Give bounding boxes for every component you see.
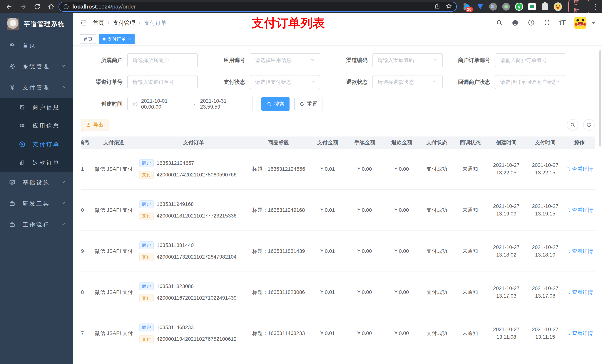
monitor-chart-icon <box>9 179 16 186</box>
channel-pay-no: 4200001194202110276752100612 <box>157 335 236 343</box>
cell-order-nos: 商户1635311949168 支付4200001181202110277723… <box>135 200 248 220</box>
reset-button[interactable]: 重置 <box>294 97 322 111</box>
select-placeholder: 请选择退款状态 <box>378 79 414 86</box>
svg-text:¥: ¥ <box>21 143 23 146</box>
view-detail-link[interactable]: 查看详情 <box>565 165 594 173</box>
sidebar-item-infra[interactable]: 基础设施 <box>0 172 73 193</box>
channel-order-no-input[interactable] <box>127 75 198 89</box>
sidebar-item-pay-order[interactable]: ¥ 支付订单 <box>0 135 73 154</box>
merchant-order-no-input[interactable] <box>495 53 565 67</box>
close-icon[interactable]: × <box>128 36 131 42</box>
view-detail-link[interactable]: 查看详情 <box>565 207 594 214</box>
ext-chat-icon[interactable] <box>528 3 536 11</box>
cell-amount: ¥ 0.01 <box>309 330 346 337</box>
refresh-icon <box>300 101 305 106</box>
pay-status-select[interactable]: 请选择支付状态 <box>250 75 320 89</box>
cell-notify: 未通知 <box>453 165 487 173</box>
address-bar[interactable]: localhost:1024/pay/order <box>58 2 457 12</box>
filter-merchant-order-no: 商户订单编号 <box>448 53 571 67</box>
share-icon[interactable] <box>434 3 441 10</box>
tag-home[interactable]: 首页 <box>80 34 96 44</box>
sidebar-item-app-info[interactable]: 应用信息 <box>0 116 73 135</box>
sidebar-item-refund-order[interactable]: 退款订单 <box>0 154 73 172</box>
cell-status: 支付成功 <box>420 248 453 255</box>
cell-title: 标题：1635311881439 <box>248 248 309 255</box>
sidebar-item-devtools[interactable]: 研发工具 <box>0 193 73 214</box>
caret-down-icon[interactable] <box>592 22 596 24</box>
cell-channel: 微信 JSAPI 支付 <box>93 330 135 337</box>
merchant-tag: 商户 <box>139 159 154 167</box>
download-icon <box>86 122 91 127</box>
refund-status-select[interactable]: 请选择退款状态 <box>372 75 443 89</box>
search-button[interactable]: 搜索 <box>261 97 290 111</box>
chevron-down-icon <box>433 57 438 63</box>
table-row: 商户1635311351796 支付 <box>81 354 595 364</box>
sidebar-item-pay[interactable]: ¥ 支付管理 <box>0 77 73 98</box>
sidebar-item-merchant-info[interactable]: 商户信息 <box>0 98 73 116</box>
github-icon[interactable] <box>511 19 519 27</box>
cell-id: 17 <box>81 330 93 337</box>
font-size-icon[interactable]: tT <box>559 19 566 27</box>
ext-blocks-icon[interactable]: 10 <box>463 3 471 11</box>
help-icon[interactable]: ? <box>527 19 535 27</box>
cell-channel: 微信 JSAPI 支付 <box>93 248 135 255</box>
view-detail-link[interactable]: 查看详情 <box>565 289 594 296</box>
breadcrumb-home[interactable]: 首页 <box>93 19 104 27</box>
channel-code-select[interactable]: 请输入渠道编码 <box>372 53 443 67</box>
ext-v-icon[interactable]: y <box>515 3 523 11</box>
merchant-input[interactable] <box>127 53 198 67</box>
sidebar-item-system[interactable]: 系统管理 <box>0 56 73 77</box>
breadcrumb-separator: / <box>139 20 140 26</box>
forward-icon[interactable] <box>20 3 27 10</box>
app-logo[interactable]: 芋道管理系统 <box>0 13 73 35</box>
cell-notify: 未通知 <box>453 207 487 214</box>
app-select[interactable]: 请选择应用信息 <box>250 53 320 67</box>
filter-label: 回调商户状态 <box>448 78 495 86</box>
back-icon[interactable] <box>6 3 13 10</box>
sidebar-fold-icon[interactable] <box>80 19 87 27</box>
fullscreen-icon[interactable] <box>544 19 550 27</box>
sidebar-item-home[interactable]: 首页 <box>0 35 73 56</box>
ext-command-icon[interactable]: ⌘ <box>489 3 497 11</box>
chevron-down-icon <box>61 179 66 186</box>
cell-id: 19 <box>81 248 93 255</box>
filter-label: 渠道订单号 <box>81 78 127 86</box>
cell-fee: ¥ 0.00 <box>346 289 383 296</box>
export-button[interactable]: 导出 <box>81 119 108 131</box>
ext-gem-icon[interactable] <box>476 3 484 11</box>
table-row: 17 微信 JSAPI 支付 商户1635311468233 支付4200001… <box>81 313 595 354</box>
date-range-picker[interactable]: 2021-10-01 00:00:00 - 2021-10-31 23:59:5… <box>127 97 253 111</box>
scrollbar[interactable] <box>599 50 601 146</box>
view-detail-link[interactable]: 查看详情 <box>565 248 594 255</box>
yen-circle-icon: ¥ <box>19 141 26 148</box>
search-icon[interactable] <box>496 19 503 27</box>
sidebar-item-workflow[interactable]: 工作流程 <box>0 214 73 235</box>
col-header: 编号 <box>81 139 93 146</box>
ext-record-icon[interactable] <box>502 3 510 11</box>
active-dot <box>103 38 106 41</box>
home-icon[interactable] <box>48 3 55 10</box>
cell-amount: ¥ 0.01 <box>309 165 346 173</box>
reload-icon[interactable] <box>34 3 41 10</box>
extensions-puzzle-icon[interactable] <box>541 3 549 11</box>
refresh-table-button[interactable] <box>583 119 595 131</box>
notify-status-select[interactable]: 请选择订单回调商户状态 <box>495 75 565 89</box>
cell-notify: 未通知 <box>453 289 487 296</box>
merchant-order-no: 1635311468233 <box>157 324 194 331</box>
breadcrumb-pay[interactable]: 支付管理 <box>113 19 135 27</box>
table-row: 19 微信 JSAPI 支付 商户1635311881440 支付4200001… <box>81 231 595 272</box>
user-avatar[interactable] <box>574 17 586 29</box>
browser-profile-avatar[interactable] <box>554 3 562 11</box>
search-icon <box>566 249 571 254</box>
toggle-search-button[interactable] <box>567 119 578 131</box>
tag-pay-order[interactable]: 支付订单× <box>99 34 135 44</box>
logo-image <box>7 18 19 30</box>
chevron-down-icon <box>433 79 438 85</box>
bookmark-star-icon[interactable] <box>446 3 452 11</box>
view-detail-link[interactable]: 查看详情 <box>565 330 594 337</box>
browser-menu-icon[interactable]: ⋮ <box>592 3 599 11</box>
cell-amount: ¥ 0.01 <box>309 289 346 296</box>
site-info-icon[interactable] <box>63 4 69 10</box>
cell-channel: 微信 JSAPI 支付 <box>93 165 135 173</box>
breadcrumb-separator: / <box>108 20 109 26</box>
